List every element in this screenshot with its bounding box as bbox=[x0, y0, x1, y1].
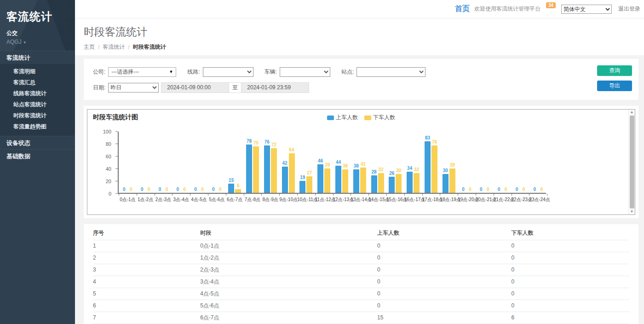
sidebar-subitem-0-2[interactable]: 线路客流统计 bbox=[0, 88, 75, 99]
station-select[interactable] bbox=[356, 67, 426, 77]
x-tick-label: 2点-3点 bbox=[155, 197, 172, 203]
bar bbox=[282, 167, 288, 193]
bar bbox=[271, 148, 277, 193]
x-tick-label: 14点-15点 bbox=[368, 197, 386, 203]
sidebar-subitem-0-3[interactable]: 站点客流统计 bbox=[0, 99, 75, 110]
table-cell: 1 bbox=[93, 240, 200, 252]
legend-item[interactable]: 下车人数 bbox=[364, 114, 395, 122]
bar-group: 4264 bbox=[279, 131, 297, 193]
line-select[interactable] bbox=[203, 67, 253, 77]
table-cell: 6 bbox=[93, 300, 200, 312]
bar bbox=[317, 164, 323, 193]
bar-group: 8376 bbox=[422, 131, 440, 193]
legend-item[interactable]: 上车人数 bbox=[327, 114, 358, 122]
org-name: 公交 bbox=[6, 29, 69, 37]
bar bbox=[396, 174, 402, 193]
language-select[interactable]: 简体中文 bbox=[561, 5, 612, 14]
y-tick-label: 60 bbox=[106, 154, 111, 159]
sidebar: 客流统计 公交 AQGJ▼ 客流统计客流明细客流汇总线路客流统计站点客流统计时段… bbox=[0, 0, 75, 324]
filter-buttons: 查询 导出 bbox=[597, 65, 632, 91]
sidebar-subitem-0-5[interactable]: 客流量趋势图 bbox=[0, 121, 75, 132]
chevron-down-icon: ▼ bbox=[23, 40, 27, 45]
x-tick-label: 3点-4点 bbox=[172, 197, 190, 203]
user-name: AQGJ bbox=[6, 39, 22, 45]
bar bbox=[449, 168, 455, 193]
bar bbox=[299, 181, 305, 193]
table-cell: 4 bbox=[93, 276, 200, 288]
bar bbox=[335, 166, 341, 193]
table-cell: 0 bbox=[511, 252, 629, 264]
bar-group: 2630 bbox=[386, 131, 404, 193]
bar bbox=[389, 177, 395, 193]
bar-group: 00 bbox=[190, 131, 208, 193]
chart-body: 020406080100 000000000000156787576724264… bbox=[118, 132, 547, 203]
filter-panel: 公司: ---请选择--- ▼ 线路: 车辆: 站点: 日期 bbox=[84, 59, 638, 100]
y-tick-label: 100 bbox=[103, 129, 111, 134]
y-tick-label: 80 bbox=[106, 141, 111, 147]
vehicle-label: 车辆: bbox=[264, 68, 277, 76]
table-header-cell: 时段 bbox=[200, 227, 377, 240]
table-cell: 6点-7点 bbox=[200, 312, 377, 324]
date-from-input[interactable]: 2024-01-09 00:00 bbox=[161, 82, 229, 93]
x-tick-label: 22点-23点 bbox=[512, 197, 529, 203]
table-row: 76点-7点156 bbox=[93, 312, 629, 324]
bar-group: 00 bbox=[529, 131, 547, 193]
breadcrumb-section[interactable]: 客流统计 bbox=[103, 43, 125, 51]
bar bbox=[246, 145, 252, 193]
bar-group: 00 bbox=[458, 131, 476, 193]
bar bbox=[353, 169, 359, 193]
table-row: 43点-4点00 bbox=[93, 276, 629, 288]
bar bbox=[371, 175, 377, 193]
table-row: 54点-5点00 bbox=[93, 288, 629, 300]
date-preset-select[interactable]: 昨日 bbox=[108, 83, 159, 93]
sidebar-item-1[interactable]: 设备状态 bbox=[0, 136, 75, 149]
chart-vertical-scrollbar[interactable]: ▲ ▼ bbox=[628, 110, 635, 214]
x-tick-label: 16点-17点 bbox=[404, 197, 422, 203]
x-axis-labels: 0点-1点1点-2点2点-3点3点-4点4点-5点5点-6点6点-7点7点-8点… bbox=[119, 197, 547, 203]
bar bbox=[289, 153, 295, 193]
x-tick-label: 19点-20点 bbox=[458, 197, 476, 203]
table-cell: 0 bbox=[377, 288, 512, 300]
query-button[interactable]: 查询 bbox=[597, 65, 632, 76]
topbar-welcome-text: 欢迎使用客流统计管理平台 bbox=[474, 5, 542, 13]
breadcrumb-separator: / bbox=[128, 44, 129, 51]
x-tick-label: 20点-21点 bbox=[476, 197, 494, 203]
table-cell: 6 bbox=[511, 312, 629, 324]
sidebar-item-2[interactable]: 基础数据 bbox=[0, 149, 75, 162]
scrollbar-thumb[interactable] bbox=[630, 116, 634, 208]
table-card: 序号时段上车人数下车人数 10点-1点0021点-2点0032点-3点0043点… bbox=[84, 224, 638, 324]
notification-badge[interactable]: 34 bbox=[546, 2, 556, 8]
export-button[interactable]: 导出 bbox=[597, 81, 632, 91]
topbar-home-link[interactable]: 首页 bbox=[455, 4, 470, 14]
app-window: 客流统计 公交 AQGJ▼ 客流统计客流明细客流汇总线路客流统计站点客流统计时段… bbox=[0, 0, 644, 324]
company-select[interactable]: ---请选择--- ▼ bbox=[108, 67, 176, 77]
x-tick-label: 6点-7点 bbox=[226, 197, 244, 203]
date-to-input[interactable]: 2024-01-09 23:59 bbox=[241, 82, 309, 93]
sidebar-subitem-0-1[interactable]: 客流汇总 bbox=[0, 77, 75, 88]
sidebar-menu: 客流统计客流明细客流汇总线路客流统计站点客流统计时段客流统计客流量趋势图设备状态… bbox=[0, 51, 75, 162]
table-cell: 3点-4点 bbox=[200, 276, 377, 288]
chart-title: 时段车流统计图 bbox=[93, 113, 138, 122]
x-tick-label: 13点-14点 bbox=[351, 197, 368, 203]
vehicle-select[interactable] bbox=[280, 67, 330, 77]
table-cell: 0 bbox=[377, 300, 512, 312]
x-tick-label: 0点-1点 bbox=[119, 197, 137, 203]
user-menu[interactable]: AQGJ▼ bbox=[6, 39, 69, 45]
table-cell: 0 bbox=[377, 252, 512, 264]
bar bbox=[235, 189, 241, 193]
scroll-down-icon[interactable]: ▼ bbox=[630, 209, 634, 214]
x-tick-label: 4点-5点 bbox=[190, 197, 208, 203]
breadcrumb-home[interactable]: 主页 bbox=[84, 43, 95, 51]
chart-legend: 上车人数下车人数 bbox=[327, 114, 395, 122]
breadcrumb-current: 时段客流统计 bbox=[133, 43, 166, 51]
table-cell: 2点-3点 bbox=[200, 264, 377, 276]
scroll-up-icon[interactable]: ▲ bbox=[630, 110, 634, 115]
table-row: 10点-1点00 bbox=[93, 240, 629, 252]
bar-group: 3039 bbox=[440, 131, 458, 193]
logout-link[interactable]: 退出登录 bbox=[618, 5, 640, 13]
sidebar-subitem-0-0[interactable]: 客流明细 bbox=[0, 66, 75, 77]
bar-group: 4438 bbox=[333, 131, 351, 193]
x-tick-label: 9点-10点 bbox=[279, 197, 297, 203]
sidebar-item-0[interactable]: 客流统计 bbox=[0, 51, 75, 64]
sidebar-subitem-0-4[interactable]: 时段客流统计 bbox=[0, 110, 75, 121]
